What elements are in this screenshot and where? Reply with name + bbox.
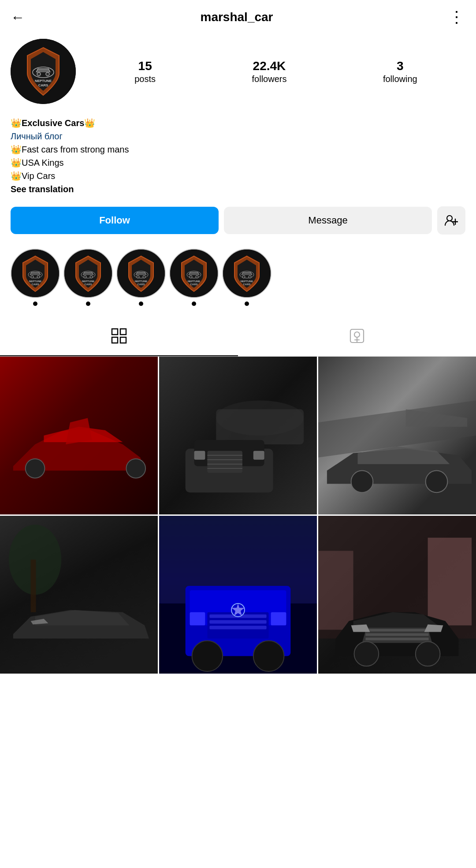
follow-button[interactable]: Follow (11, 207, 219, 234)
svg-text:CARS: CARS (243, 283, 250, 286)
svg-point-6 (447, 216, 452, 221)
header: ← marshal_car ⋮ (0, 0, 476, 32)
highlights-inner: NEPTUNE CARS NEPTUNE CARS (0, 245, 282, 309)
message-button[interactable]: Message (224, 207, 432, 234)
svg-rect-40 (120, 329, 126, 335)
svg-rect-60 (194, 451, 205, 460)
svg-rect-61 (253, 451, 264, 460)
svg-text:CARS: CARS (31, 283, 39, 286)
svg-rect-90 (428, 538, 472, 626)
highlight-dot-1 (33, 302, 37, 306)
grid-item-2[interactable] (159, 357, 317, 514)
svg-rect-94 (365, 637, 428, 640)
action-buttons: Follow Message (0, 201, 476, 242)
highlight-item-3[interactable]: NEPTUNE CARS (116, 249, 166, 306)
svg-rect-83 (190, 612, 205, 626)
add-friend-button[interactable] (437, 206, 465, 235)
svg-point-48 (26, 459, 45, 478)
svg-text:NEPTUNE: NEPTUNE (35, 79, 52, 83)
svg-rect-39 (112, 329, 118, 335)
svg-point-23 (137, 276, 139, 278)
svg-text:NEPTUNE: NEPTUNE (82, 280, 95, 283)
svg-point-35 (242, 276, 245, 278)
svg-point-96 (416, 641, 440, 666)
tagged-icon (349, 328, 365, 347)
posts-label: posts (134, 74, 156, 84)
svg-text:NEPTUNE: NEPTUNE (29, 280, 42, 283)
svg-point-86 (253, 641, 284, 671)
svg-point-44 (354, 332, 360, 337)
tab-tagged[interactable] (238, 320, 476, 356)
highlight-circle-1: NEPTUNE CARS (11, 249, 60, 298)
following-label: following (383, 74, 417, 84)
bio-line-1: 👑Exclusive Cars👑 (11, 116, 465, 130)
svg-point-17 (84, 276, 86, 278)
svg-rect-52 (216, 409, 304, 444)
svg-text:CARS: CARS (84, 283, 92, 286)
svg-text:NEPTUNE: NEPTUNE (241, 280, 253, 283)
back-button[interactable]: ← (11, 9, 25, 26)
highlight-item-5[interactable]: NEPTUNE CARS (222, 249, 271, 306)
highlight-dot-3 (139, 302, 143, 306)
profile-section: NEPTUNE CARS 15 posts 22.4K followers 3 … (0, 32, 476, 116)
svg-point-12 (37, 276, 40, 278)
posts-stat[interactable]: 15 posts (134, 59, 156, 84)
svg-point-3 (46, 72, 49, 76)
more-options-button[interactable]: ⋮ (449, 8, 465, 26)
avatar[interactable]: NEPTUNE CARS (11, 39, 76, 104)
svg-point-18 (90, 276, 93, 278)
grid-item-1[interactable] (0, 357, 158, 514)
svg-point-64 (351, 471, 373, 493)
grid-item-4[interactable] (0, 516, 158, 674)
grid-section (0, 357, 476, 674)
svg-point-30 (196, 276, 198, 278)
highlight-item-4[interactable]: NEPTUNE CARS (169, 249, 219, 306)
following-count: 3 (397, 59, 404, 73)
svg-point-47 (126, 459, 145, 478)
highlight-item-2[interactable]: NEPTUNE CARS (63, 249, 113, 306)
svg-text:CARS: CARS (190, 283, 197, 286)
bio-line-3: 👑Fast cars from strong mans (11, 143, 465, 156)
following-stat[interactable]: 3 following (383, 59, 417, 84)
highlight-circle-5: NEPTUNE CARS (222, 249, 271, 298)
svg-rect-81 (209, 626, 266, 630)
tab-grid[interactable] (0, 320, 238, 356)
svg-text:CARS: CARS (38, 83, 48, 87)
svg-text:NEPTUNE: NEPTUNE (188, 280, 201, 283)
highlight-dot-2 (86, 302, 90, 306)
followers-label: followers (252, 74, 287, 84)
svg-rect-80 (209, 620, 266, 624)
stats-row: 15 posts 22.4K followers 3 following (86, 59, 465, 84)
svg-point-85 (192, 641, 223, 671)
followers-stat[interactable]: 22.4K followers (252, 59, 287, 84)
svg-rect-42 (120, 337, 126, 343)
svg-point-65 (426, 471, 448, 493)
profile-username-header: marshal_car (200, 10, 273, 24)
highlight-dot-5 (245, 302, 249, 306)
svg-point-2 (37, 72, 41, 76)
grid-icon (111, 328, 127, 347)
followers-count: 22.4K (253, 59, 286, 73)
grid-item-3[interactable] (318, 357, 476, 514)
bio-line-5: 👑Vip Cars (11, 169, 465, 183)
grid-item-6[interactable] (318, 516, 476, 674)
bio-line-2[interactable]: Личный блог (11, 130, 465, 143)
grid-item-5[interactable] (159, 516, 317, 674)
tabs-section (0, 320, 476, 357)
see-translation-button[interactable]: See translation (11, 183, 465, 196)
highlight-item-1[interactable]: NEPTUNE CARS (11, 249, 60, 306)
svg-rect-84 (271, 612, 286, 626)
svg-rect-41 (112, 337, 118, 343)
svg-rect-93 (365, 633, 428, 636)
bio-section: 👑Exclusive Cars👑 Личный блог 👑Fast cars … (0, 116, 476, 201)
svg-rect-92 (365, 629, 428, 632)
svg-text:CARS: CARS (137, 283, 145, 286)
highlight-circle-4: NEPTUNE CARS (169, 249, 219, 298)
highlight-dot-4 (192, 302, 196, 306)
highlight-circle-3: NEPTUNE CARS (116, 249, 166, 298)
profile-top-row: NEPTUNE CARS 15 posts 22.4K followers 3 … (11, 39, 465, 104)
svg-point-11 (31, 276, 33, 278)
svg-rect-55 (207, 451, 242, 473)
bio-line-4: 👑USA Kings (11, 156, 465, 169)
highlight-circle-2: NEPTUNE CARS (63, 249, 113, 298)
